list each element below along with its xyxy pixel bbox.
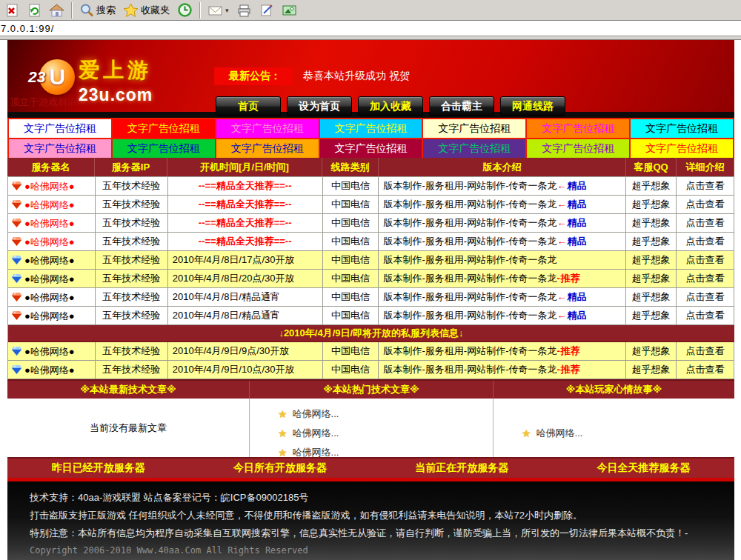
text-ad-slot[interactable]: 文字广告位招租 — [423, 119, 525, 138]
search-button[interactable]: 搜索 — [76, 1, 119, 19]
detail-link[interactable]: 点击查看 — [677, 251, 734, 269]
intro-tag: 推荐 — [561, 273, 580, 284]
favorites-label: 收藏夹 — [141, 4, 170, 17]
announcement: 最新公告： 恭喜本站升级成功 祝贺 — [214, 67, 410, 85]
service-qq[interactable]: 超乎想象 — [626, 251, 677, 269]
server-row: ●哈佛网络● 五年技术经验 --==精品全天推荐==-- 中国电信 版本制作-服… — [8, 196, 734, 214]
quick-link[interactable]: 当前正在开放服务器 — [371, 459, 553, 478]
intro-main: 版本制作-服务租用-网站制作-传奇一条龙 — [383, 364, 556, 375]
nav-button[interactable]: 首页 — [216, 96, 281, 116]
nav-button[interactable]: 设为首页 — [287, 96, 352, 116]
intro-arrow: ← — [556, 310, 566, 321]
text-ad-slot[interactable]: 文字广告位招租 — [527, 139, 629, 158]
server-ip: 五年技术经验 — [96, 342, 168, 360]
intro-tag: 精品 — [567, 199, 586, 210]
detail-link[interactable]: 点击查看 — [677, 233, 734, 250]
service-qq[interactable]: 超乎想象 — [626, 270, 677, 287]
col-version-intro: 版本介绍 — [379, 158, 626, 176]
detail-link[interactable]: 点击查看 — [677, 177, 734, 195]
article-title: 哈佛网络... — [536, 427, 583, 440]
server-name-link[interactable]: ●哈佛网络● — [8, 214, 96, 232]
address-text[interactable]: 7.0.0.1:99/ — [0, 23, 54, 34]
server-name-link[interactable]: ●哈佛网络● — [8, 307, 96, 324]
detail-link[interactable]: 点击查看 — [677, 214, 734, 232]
edit-icon — [259, 3, 274, 18]
article-link[interactable]: ★ 哈佛网络... — [278, 424, 493, 443]
text-ad-slot[interactable]: 文字广告位招租 — [320, 139, 422, 158]
service-qq[interactable]: 超乎想象 — [626, 196, 677, 213]
server-name-link[interactable]: ●哈佛网络● — [8, 361, 96, 379]
favorites-button[interactable]: 收藏夹 — [120, 1, 173, 19]
nav-button[interactable]: 加入收藏 — [358, 96, 423, 116]
server-name-text: ●哈佛网络● — [24, 233, 75, 250]
text-ad-slot[interactable]: 文字广告位招租 — [9, 119, 111, 138]
articles-body: 当前没有最新文章 ★ 哈佛网络... ★ 哈佛网络... ★ — [7, 399, 734, 457]
logo-prefix: 23 — [28, 68, 45, 86]
text-ad-slot[interactable]: 文字广告位招租 — [320, 119, 422, 138]
server-name-link[interactable]: ●哈佛网络● — [8, 177, 96, 195]
player-stories-list: ★ 哈佛网络... — [494, 399, 734, 443]
text-ad-slot[interactable]: 文字广告位招租 — [216, 119, 319, 138]
edit-button[interactable] — [256, 1, 277, 19]
intro-tag: 推荐 — [561, 364, 580, 375]
service-qq[interactable]: 超乎想象 — [626, 288, 677, 306]
star-icon: ★ — [278, 447, 288, 459]
address-bar[interactable]: 7.0.0.1:99/ — [0, 21, 741, 36]
nav-button[interactable]: 合击霸主 — [429, 96, 494, 116]
media-button[interactable] — [279, 1, 300, 19]
service-qq[interactable]: 超乎想象 — [626, 307, 677, 324]
service-qq[interactable]: 超乎想象 — [626, 342, 677, 360]
text-ad-slot[interactable]: 文字广告位招租 — [631, 119, 733, 138]
intro-main: 版本制作-服务租用-网站制作-传奇一条龙 — [383, 236, 556, 247]
service-qq[interactable]: 超乎想象 — [626, 177, 677, 195]
article-title: 哈佛网络... — [293, 407, 339, 421]
intro-tag: 精品 — [567, 291, 586, 302]
service-qq[interactable]: 超乎想象 — [626, 233, 677, 250]
gem-icon — [11, 255, 22, 265]
article-link[interactable]: ★ 哈佛网络... — [278, 404, 493, 424]
history-button[interactable] — [174, 1, 196, 19]
article-link[interactable]: ★ 哈佛网络... — [522, 424, 734, 443]
server-name-link[interactable]: ●哈佛网络● — [8, 342, 96, 360]
logo-u: U — [50, 64, 66, 90]
text-ad-slot[interactable]: 文字广告位招租 — [113, 139, 215, 158]
text-ad-slot[interactable]: 文字广告位招租 — [9, 139, 111, 158]
stop-button[interactable] — [1, 1, 22, 19]
quick-link[interactable]: 今日全天推荐服务器 — [553, 459, 734, 478]
article-title: 哈佛网络... — [293, 427, 339, 440]
service-qq[interactable]: 超乎想象 — [626, 214, 677, 232]
server-name-link[interactable]: ●哈佛网络● — [8, 196, 96, 213]
text-ad-slot[interactable]: 文字广告位招租 — [631, 139, 733, 158]
server-name-link[interactable]: ●哈佛网络● — [8, 251, 96, 269]
detail-link[interactable]: 点击查看 — [677, 288, 734, 306]
mail-button[interactable]: ▾ — [205, 1, 232, 19]
site-logo[interactable]: 23 U — [28, 59, 75, 95]
detail-link[interactable]: 点击查看 — [677, 361, 734, 379]
intro-arrow: ← — [556, 180, 566, 191]
server-row: ●哈佛网络● 五年技术经验 2010年/4月/8日/精品通宵 中国电信 版本制作… — [8, 288, 734, 307]
text-ad-slot[interactable]: 文字广告位招租 — [527, 119, 629, 138]
refresh-button[interactable] — [24, 1, 44, 19]
gem-icon — [11, 364, 22, 375]
history-icon — [177, 2, 193, 18]
service-qq[interactable]: 超乎想象 — [626, 361, 677, 379]
server-name-link[interactable]: ●哈佛网络● — [8, 270, 96, 287]
print-icon — [236, 3, 252, 18]
quick-link[interactable]: 今日所有开放服务器 — [189, 459, 370, 478]
home-button[interactable] — [46, 1, 67, 19]
detail-link[interactable]: 点击查看 — [677, 196, 734, 213]
site-domain: 23u.com — [79, 85, 153, 105]
text-ad-slot[interactable]: 文字广告位招租 — [216, 139, 319, 158]
intro-arrow: ← — [556, 217, 566, 228]
server-name-link[interactable]: ●哈佛网络● — [8, 233, 96, 250]
detail-link[interactable]: 点击查看 — [677, 270, 734, 287]
nav-button[interactable]: 网通线路 — [500, 96, 565, 116]
print-button[interactable] — [233, 1, 255, 19]
text-ad-slot[interactable]: 文字广告位招租 — [113, 119, 215, 138]
server-name-link[interactable]: ●哈佛网络● — [8, 288, 96, 306]
detail-link[interactable]: 点击查看 — [677, 342, 734, 360]
text-ad-slot[interactable]: 文字广告位招租 — [423, 139, 525, 158]
mail-dropdown-caret[interactable]: ▾ — [225, 7, 229, 14]
quick-link[interactable]: 昨日已经开放服务器 — [7, 459, 189, 478]
detail-link[interactable]: 点击查看 — [677, 307, 734, 324]
